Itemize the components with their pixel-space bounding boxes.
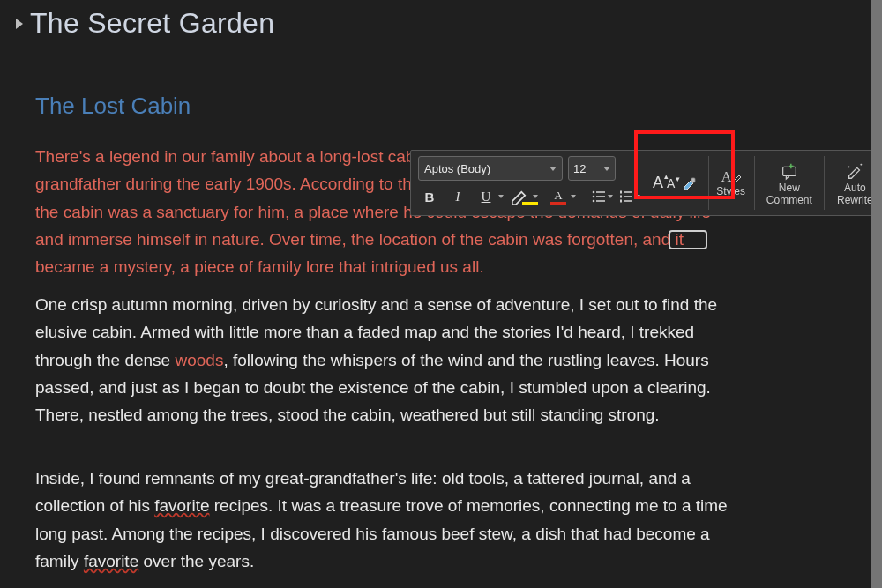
chevron-down-icon <box>603 167 610 171</box>
mini-toolbar: Aptos (Body) 12 B I U <box>410 150 882 216</box>
svg-point-0 <box>593 191 595 194</box>
chevron-down-icon <box>533 195 538 198</box>
svg-rect-3 <box>596 196 605 197</box>
styles-button[interactable]: A Styles <box>709 151 754 215</box>
p3-favorite-1[interactable]: favorite <box>154 496 209 515</box>
svg-rect-5 <box>596 200 605 202</box>
font-family-value: Aptos (Body) <box>424 162 490 175</box>
svg-rect-6 <box>620 191 622 194</box>
p3-part-c: over the years. <box>138 552 254 570</box>
highlight-icon <box>509 185 532 208</box>
cursor-anchor <box>669 230 707 249</box>
styles-label: Styles <box>716 185 745 197</box>
font-color-swatch <box>550 202 566 205</box>
rewrite-pen-icon <box>845 161 864 181</box>
chevron-down-icon <box>571 195 576 198</box>
format-painter-button[interactable] <box>678 172 701 195</box>
svg-point-4 <box>593 200 595 203</box>
bullets-icon <box>591 189 607 205</box>
new-comment-label: New Comment <box>760 182 818 205</box>
svg-rect-11 <box>624 200 632 202</box>
italic-button[interactable]: I <box>446 185 469 208</box>
svg-rect-1 <box>596 191 605 193</box>
comment-plus-icon <box>780 161 799 181</box>
styles-icon: A <box>721 169 732 185</box>
font-color-icon: A <box>547 185 570 208</box>
svg-rect-10 <box>620 200 622 203</box>
font-color-letter: A <box>554 190 562 201</box>
shrink-font-button[interactable]: A▾ <box>667 176 675 190</box>
font-size-value: 12 <box>573 162 586 175</box>
highlight-color-swatch <box>522 202 538 205</box>
svg-rect-9 <box>624 196 632 197</box>
font-family-select[interactable]: Aptos (Body) <box>418 156 563 181</box>
bullets-button[interactable] <box>591 189 613 205</box>
p3-favorite-2[interactable]: favorite <box>84 552 138 570</box>
paragraph-3[interactable]: Inside, I found remnants of my great-gra… <box>35 465 741 575</box>
page-edge-shadow <box>871 0 882 588</box>
pen-icon <box>733 173 742 182</box>
collapse-arrow-icon[interactable] <box>16 19 23 29</box>
paragraph-2[interactable]: One crisp autumn morning, driven by curi… <box>35 291 741 429</box>
chevron-down-icon <box>549 167 557 171</box>
document-title: The Secret Garden <box>30 7 274 40</box>
font-color-button[interactable]: A <box>547 185 576 208</box>
numbering-icon <box>618 189 634 205</box>
svg-rect-8 <box>620 196 622 198</box>
document-subtitle: The Lost Cabin <box>35 93 191 120</box>
svg-rect-12 <box>691 178 695 182</box>
chevron-down-icon <box>608 195 613 198</box>
grow-font-button[interactable]: A▴ <box>653 174 663 192</box>
font-size-select[interactable]: 12 <box>568 156 616 181</box>
chevron-down-icon <box>498 195 504 198</box>
numbering-button[interactable] <box>618 189 640 205</box>
down-arrow-icon: ▾ <box>676 175 680 183</box>
svg-rect-13 <box>782 167 796 176</box>
svg-point-2 <box>593 196 595 198</box>
underline-icon: U <box>475 185 497 208</box>
bold-button[interactable]: B <box>418 185 441 208</box>
highlight-color-button[interactable] <box>509 185 538 208</box>
new-comment-button[interactable]: New Comment <box>755 151 824 215</box>
svg-rect-7 <box>624 191 632 193</box>
chevron-down-icon <box>635 195 640 198</box>
toolbar-main-group: Aptos (Body) 12 B I U <box>411 151 646 215</box>
paintbrush-icon <box>681 175 699 192</box>
underline-button[interactable]: U <box>475 185 504 208</box>
toolbar-mid-group: A▴ A▾ <box>646 151 708 215</box>
p2-link-woods[interactable]: woods <box>175 351 223 369</box>
